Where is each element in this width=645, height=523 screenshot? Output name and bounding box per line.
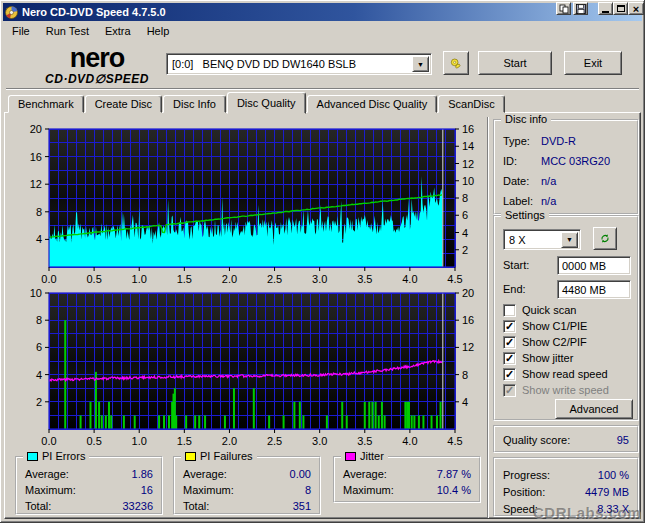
svg-text:12: 12 — [462, 158, 474, 170]
svg-text:20: 20 — [462, 287, 474, 299]
drive-hand-button[interactable] — [443, 51, 469, 75]
stat-row-label: Maximum: — [25, 484, 76, 496]
stat-row-value: 1.86 — [132, 468, 153, 480]
disc-info-group: Disc info Type:DVD-RID:MCC 03RG20Date:n/… — [493, 119, 639, 215]
pages-icon — [559, 4, 569, 14]
minimize-icon — [602, 11, 609, 13]
svg-text:8: 8 — [462, 192, 468, 204]
stat-group-pi-failures: PI FailuresAverage:0.00Maximum:8Total:35… — [173, 456, 321, 515]
stat-row-label: Maximum: — [183, 484, 234, 496]
tab-advanced-disc-quality[interactable]: Advanced Disc Quality — [307, 95, 438, 113]
menu-item-file[interactable]: File — [4, 23, 38, 39]
tab-scandisc[interactable]: ScanDisc — [438, 95, 504, 113]
menu-item-help[interactable]: Help — [139, 23, 178, 39]
svg-text:14: 14 — [462, 140, 474, 152]
svg-text:2.0: 2.0 — [222, 273, 237, 283]
advanced-button[interactable]: Advanced — [555, 399, 633, 419]
checkbox-show-c1-pie[interactable]: ✓Show C1/PIE — [503, 319, 587, 333]
svg-text:6: 6 — [462, 209, 468, 221]
checkbox-box[interactable]: ✓ — [503, 384, 516, 397]
close-icon: × — [633, 4, 639, 14]
svg-text:2.5: 2.5 — [267, 435, 282, 447]
svg-text:10: 10 — [462, 175, 474, 187]
logo-text-cddvdspeed: CD·DVD∅SPEED — [22, 73, 172, 85]
tab-disc-info[interactable]: Disc Info — [163, 95, 226, 113]
checkbox-show-read-speed[interactable]: ✓Show read speed — [503, 367, 608, 381]
checkbox-box[interactable]: ✓ — [503, 352, 516, 365]
checkbox-label: Show write speed — [522, 384, 609, 396]
checkbox-show-jitter[interactable]: ✓Show jitter — [503, 351, 573, 365]
minimize-button[interactable] — [598, 2, 613, 15]
start-button[interactable]: Start — [478, 51, 552, 75]
checkbox-quick-scan[interactable]: Quick scan — [503, 303, 576, 317]
quality-score-value: 95 — [617, 434, 629, 446]
checkbox-show-c2-pif[interactable]: ✓Show C2/PIF — [503, 335, 587, 349]
title-bar: Nero CD-DVD Speed 4.7.5.0 — [3, 3, 642, 21]
speed-select-arrow[interactable]: ▼ — [561, 232, 578, 248]
start-field[interactable]: 0000 MB — [557, 256, 631, 275]
maximize-button[interactable] — [613, 2, 628, 15]
stat-row-label: Maximum: — [343, 484, 394, 496]
stat-row-label: Average: — [183, 468, 227, 480]
svg-text:8: 8 — [462, 369, 468, 381]
disc-info-row-label: Label:n/a — [503, 193, 629, 208]
stat-row-value: 33236 — [122, 500, 153, 512]
stat-row-average: Average:1.86 — [25, 466, 153, 481]
disc-info-label: ID: — [503, 155, 541, 167]
svg-text:0.0: 0.0 — [41, 273, 56, 283]
stat-group-title: PI Failures — [200, 450, 253, 462]
app-disc-icon — [5, 6, 18, 19]
start-field-label: Start: — [503, 259, 529, 271]
tab-create-disc[interactable]: Create Disc — [85, 95, 162, 113]
speed-select[interactable]: 8 X ▼ — [503, 229, 581, 250]
checkbox-box[interactable] — [503, 304, 516, 317]
stat-row-label: Total: — [25, 500, 51, 512]
speed-select-value: 8 X — [504, 234, 561, 246]
svg-text:10: 10 — [30, 287, 42, 299]
disc-info-label: Label: — [503, 195, 541, 207]
checkbox-box[interactable]: ✓ — [503, 368, 516, 381]
svg-text:0.0: 0.0 — [41, 435, 56, 447]
disc-info-value: n/a — [541, 195, 556, 207]
exit-button[interactable]: Exit — [564, 51, 622, 75]
svg-text:4: 4 — [36, 369, 42, 381]
svg-text:2.5: 2.5 — [267, 273, 282, 283]
close-button[interactable]: × — [628, 2, 644, 15]
refresh-button[interactable] — [593, 227, 617, 250]
maximize-icon — [617, 5, 625, 12]
pi-failures-swatch-icon — [185, 452, 196, 461]
progress-row-speed: Speed:8.33 X — [503, 501, 629, 516]
stat-row-value: 16 — [141, 484, 153, 496]
stat-row-label: Average: — [343, 468, 387, 480]
menu-item-extra[interactable]: Extra — [97, 23, 139, 39]
checkbox-box[interactable]: ✓ — [503, 320, 516, 333]
progress-row-value: 8.33 X — [597, 503, 629, 515]
app-window: Nero CD-DVD Speed 4.7.5.0 × FileRun Test… — [0, 0, 645, 523]
end-field[interactable]: 4480 MB — [557, 280, 631, 299]
drive-select[interactable]: [0:0] BENQ DVD DD DW1640 BSLB ▼ — [166, 53, 432, 75]
quality-score-label: Quality score: — [503, 434, 570, 446]
end-field-label: End: — [503, 283, 526, 295]
drive-select-arrow[interactable]: ▼ — [412, 56, 429, 72]
svg-text:4.5: 4.5 — [447, 435, 462, 447]
stat-row-value: 8 — [305, 484, 311, 496]
checkbox-show-write-speed[interactable]: ✓Show write speed — [503, 383, 609, 397]
svg-text:1.0: 1.0 — [132, 435, 147, 447]
stat-group-jitter: JitterAverage:7.87 %Maximum:10.4 % — [333, 456, 481, 503]
save-button[interactable] — [573, 2, 588, 15]
stat-group-title: Jitter — [360, 450, 384, 462]
stat-row-total: Total:351 — [183, 498, 311, 513]
pi-failures-jitter-chart: 0.00.51.01.52.02.53.03.54.04.52468104812… — [13, 285, 481, 447]
stat-row-label: Average: — [25, 468, 69, 480]
hand-disc-icon — [450, 54, 462, 72]
svg-text:3.0: 3.0 — [312, 273, 327, 283]
quality-score-group: Quality score: 95 — [493, 425, 639, 453]
checkbox-box[interactable]: ✓ — [503, 336, 516, 349]
tab-disc-quality[interactable]: Disc Quality — [227, 92, 306, 114]
svg-text:1.5: 1.5 — [177, 435, 192, 447]
copy-button[interactable] — [556, 2, 571, 15]
menu-item-run-test[interactable]: Run Test — [38, 23, 97, 39]
chevron-down-icon: ▼ — [566, 236, 573, 243]
progress-group: Progress:100 %Position:4479 MBSpeed:8.33… — [493, 457, 639, 517]
tab-benchmark[interactable]: Benchmark — [8, 95, 84, 113]
